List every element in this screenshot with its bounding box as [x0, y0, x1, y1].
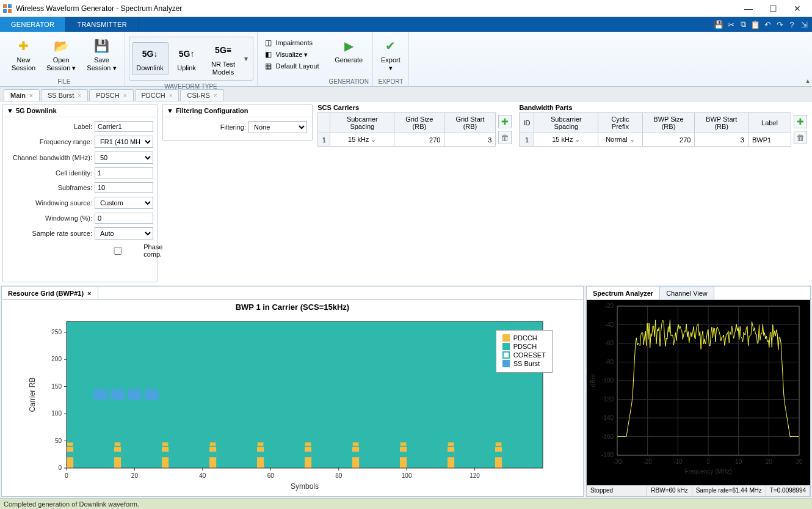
config-tabs: Main× SS Burst× PDSCH× PDCCH× CSI-RS×	[0, 87, 812, 101]
svg-rect-13	[162, 452, 169, 457]
bwp-title: Bandwidth Parts	[519, 104, 810, 112]
delete-row-button[interactable]: 🗑	[498, 131, 512, 144]
ribbon-group-generation: ▶ Generate GENERATION	[325, 32, 372, 86]
close-icon[interactable]: ×	[169, 92, 173, 99]
panel-header[interactable]: ▼ 5G Downlink	[3, 104, 157, 117]
ribbon-collapse-icon[interactable]: ▴	[806, 76, 810, 85]
freq-range-select[interactable]: FR1 (410 MH...	[95, 136, 153, 148]
add-row-button[interactable]: ✚	[498, 115, 512, 128]
quick-help-icon[interactable]: ?	[786, 19, 797, 30]
add-row-button[interactable]: ✚	[794, 115, 807, 128]
quick-undo-icon[interactable]: ↶	[762, 19, 773, 30]
subframes-input[interactable]	[95, 182, 153, 193]
tab-resource-grid[interactable]: Resource Grid (BWP#1)×	[2, 287, 98, 299]
svg-rect-41	[145, 389, 151, 400]
svg-text:100: 100	[402, 472, 412, 479]
impairments-button[interactable]: ◫Impairments	[264, 38, 319, 48]
quick-save-icon[interactable]: 💾	[713, 19, 724, 30]
tab-csirs[interactable]: CSI-RS×	[180, 89, 223, 101]
visualize-button[interactable]: ◧Visualize ▾	[264, 49, 319, 59]
waveform-more-button[interactable]: ▾	[242, 54, 250, 63]
downlink-button[interactable]: 5G↓ Downlink	[132, 42, 169, 75]
svg-rect-39	[128, 389, 134, 400]
minimize-button[interactable]: —	[736, 1, 761, 16]
tab-transmitter[interactable]: TRANSMITTER	[66, 17, 139, 32]
label-label: Label:	[7, 123, 92, 130]
panel-5g-downlink: ▼ 5G Downlink Label: Frequency range: FR…	[2, 104, 158, 282]
quick-switch-icon[interactable]: ⇲	[799, 19, 810, 30]
tab-spectrum-analyzer[interactable]: Spectrum Analyzer	[587, 287, 660, 299]
bwp-section: Bandwidth Parts ID Subcarrier Spacing Cy…	[519, 104, 810, 282]
tab-pdcch[interactable]: PDCCH×	[135, 89, 179, 101]
close-icon[interactable]: ×	[87, 290, 91, 297]
svg-text:150: 150	[51, 383, 62, 390]
label-input[interactable]	[95, 121, 153, 132]
svg-rect-7	[67, 452, 73, 457]
filtering-select[interactable]: None	[248, 121, 307, 133]
svg-text:20: 20	[131, 472, 139, 479]
close-icon[interactable]: ×	[78, 92, 81, 99]
spec-time: T=0.0098994	[766, 486, 810, 496]
tab-pdsch[interactable]: PDSCH×	[89, 89, 133, 101]
phase-comp-checkbox[interactable]	[95, 247, 141, 255]
new-session-button[interactable]: ✚ New Session	[7, 34, 40, 75]
svg-text:120: 120	[469, 472, 480, 479]
quick-paste-icon[interactable]: 📋	[750, 19, 761, 30]
group-label-generation: GENERATION	[328, 78, 368, 85]
close-button[interactable]: ✕	[785, 1, 810, 16]
test-models-button[interactable]: 5G≡ NR Test Models	[205, 38, 242, 79]
default-layout-button[interactable]: ▦Default Layout	[264, 61, 319, 71]
maximize-button[interactable]: ☐	[761, 1, 785, 16]
scs-table: Subcarrier SpacingGrid Size (RB)Grid Sta…	[317, 112, 496, 147]
save-session-button[interactable]: 💾 Save Session ▾	[82, 34, 120, 75]
5g-uplink-icon: 5G↑	[178, 45, 195, 62]
svg-rect-19	[257, 452, 264, 457]
impairments-icon: ◫	[264, 38, 274, 48]
chevron-down-icon[interactable]: ⌄	[575, 136, 580, 143]
resource-grid-plot[interactable]: 020406080100120050100150200250SymbolsCar…	[2, 312, 583, 496]
chevron-down-icon[interactable]: ⌄	[371, 136, 376, 143]
tab-channel-view[interactable]: Channel View	[660, 287, 714, 299]
svg-text:Frequency (MHz): Frequency (MHz)	[684, 468, 731, 475]
spec-rbw: RBW=60 kHz	[647, 486, 692, 496]
svg-rect-3	[8, 9, 12, 13]
svg-text:-100: -100	[601, 377, 614, 384]
plot-legend: PDCCH PDSCH CORESET SS Burst	[496, 330, 553, 373]
chevron-down-icon[interactable]: ⌄	[629, 136, 635, 143]
svg-text:10: 10	[735, 458, 742, 465]
tab-ssburst[interactable]: SS Burst×	[41, 89, 88, 101]
windowing-src-select[interactable]: Custom	[95, 197, 153, 209]
svg-text:Symbols: Symbols	[291, 482, 319, 491]
table-row[interactable]: 1 15 kHz ⌄ Normal ⌄ 270 3 BWP1	[520, 133, 791, 147]
close-icon[interactable]: ×	[123, 92, 127, 99]
generate-button[interactable]: ▶ Generate	[330, 34, 367, 67]
windowing-pct-input[interactable]	[95, 213, 153, 224]
quick-cut-icon[interactable]: ✂	[725, 19, 736, 30]
cbw-select[interactable]: 50	[95, 152, 153, 164]
delete-row-button[interactable]: 🗑	[794, 131, 807, 144]
open-session-button[interactable]: 📂 Open Session ▾	[42, 34, 80, 75]
svg-text:-160: -160	[601, 433, 614, 440]
svg-rect-25	[352, 452, 359, 457]
svg-rect-2	[3, 9, 7, 13]
svg-rect-22	[305, 452, 311, 457]
spectrum-plot[interactable]: -30-20-100102030-180-160-140-120-100-80-…	[587, 300, 810, 485]
table-row[interactable]: 1 15 kHz ⌄ 270 3	[318, 133, 496, 147]
quick-redo-icon[interactable]: ↷	[774, 19, 785, 30]
close-icon[interactable]: ×	[29, 92, 33, 99]
ribbon-group-options: ◫Impairments ◧Visualize ▾ ▦Default Layou…	[258, 32, 325, 86]
export-button[interactable]: ✔ Export▾	[377, 34, 405, 75]
quick-copy-icon[interactable]: ⧉	[738, 19, 749, 30]
group-label-export: EXPORT	[378, 78, 403, 85]
play-icon: ▶	[340, 37, 357, 54]
folder-open-icon: 📂	[53, 37, 70, 54]
sample-rate-src-select[interactable]: Auto	[95, 227, 153, 240]
spec-state: Stopped	[587, 486, 647, 496]
uplink-button[interactable]: 5G↑ Uplink	[169, 42, 205, 75]
cell-input[interactable]	[95, 167, 153, 178]
close-icon[interactable]: ×	[214, 92, 217, 99]
tab-main[interactable]: Main×	[4, 89, 40, 101]
toolstrip: GENERATOR TRANSMITTER 💾 ✂ ⧉ 📋 ↶ ↷ ? ⇲	[0, 17, 812, 32]
panel-header[interactable]: ▼ Filtering Configuration	[163, 104, 312, 117]
tab-generator[interactable]: GENERATOR	[0, 17, 66, 32]
